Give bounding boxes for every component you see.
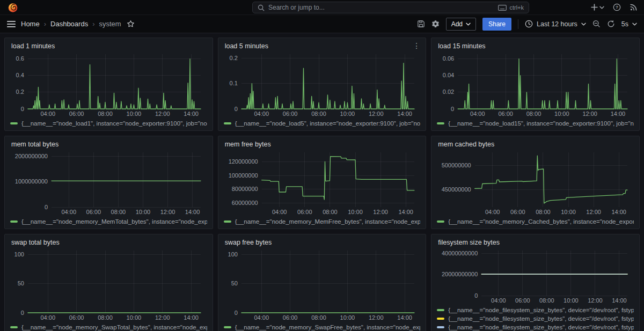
svg-text:2000000000: 2000000000 xyxy=(15,153,48,159)
legend-item[interactable]: {__name__="node_load15", instance="node_… xyxy=(437,119,634,128)
legend-item[interactable]: {__name__="node_memory_MemTotal_bytes", … xyxy=(10,217,207,226)
svg-text:04:00: 04:00 xyxy=(254,111,269,117)
chart-mem-free-bytes[interactable]: 600000008000000010000000012000000004:000… xyxy=(224,149,421,216)
time-range-picker[interactable]: Last 12 hours xyxy=(525,20,586,28)
dashboard-settings-button[interactable] xyxy=(431,20,440,28)
panel-title: swap total bytes xyxy=(10,239,60,246)
svg-text:0: 0 xyxy=(234,106,237,112)
svg-text:12:00: 12:00 xyxy=(160,209,175,215)
chart-mem-cached-bytes[interactable]: 45000000050000000004:0006:0008:0010:0012… xyxy=(437,149,634,216)
refresh-icon xyxy=(607,20,615,28)
clock-icon xyxy=(525,20,533,28)
favorite-button[interactable] xyxy=(127,20,135,28)
legend-label: {__name__="node_filesystem_size_bytes", … xyxy=(448,307,634,313)
legend-swatch xyxy=(437,220,444,223)
legend-item[interactable]: {__name__="node_filesystem_size_bytes", … xyxy=(437,306,634,314)
legend-item[interactable]: {__name__="node_memory_SwapTotal_bytes",… xyxy=(10,323,207,331)
svg-text:14:00: 14:00 xyxy=(612,297,627,304)
mega-menu-toggle[interactable] xyxy=(7,21,16,27)
svg-text:08:00: 08:00 xyxy=(98,314,113,321)
refresh-button[interactable] xyxy=(607,20,615,28)
svg-text:08:00: 08:00 xyxy=(539,297,554,304)
svg-text:08:00: 08:00 xyxy=(536,209,551,215)
save-dashboard-button[interactable] xyxy=(417,20,425,28)
svg-text:14:00: 14:00 xyxy=(184,314,199,321)
chart-load-1-minutes[interactable]: 00.20.40.604:0006:0008:0010:0012:0014:00 xyxy=(10,51,207,118)
svg-text:10:00: 10:00 xyxy=(127,314,142,321)
panel-menu-icon[interactable]: ⋮ xyxy=(411,41,422,50)
svg-text:08:00: 08:00 xyxy=(526,111,541,117)
panel-header: mem total bytes xyxy=(10,139,207,149)
chart-canvas: 00.20.40.604:0006:0008:0010:0012:0014:00 xyxy=(10,51,207,118)
panel-load-15-minutes: load 15 minutes00.020.040.0604:0006:0008… xyxy=(431,38,640,131)
svg-text:08:00: 08:00 xyxy=(111,209,126,215)
panel-title: load 15 minutes xyxy=(437,42,485,50)
svg-text:06:00: 06:00 xyxy=(86,209,101,215)
svg-text:10:00: 10:00 xyxy=(561,209,576,215)
panel-header: load 1 minutes xyxy=(10,41,207,51)
add-button[interactable]: Add xyxy=(446,18,476,31)
chart-canvas: 00.020.040.0604:0006:0008:0010:0012:0014… xyxy=(437,51,634,118)
share-button[interactable]: Share xyxy=(482,18,511,31)
svg-text:14:00: 14:00 xyxy=(397,314,412,321)
chart-load-15-minutes[interactable]: 00.020.040.0604:0006:0008:0010:0012:0014… xyxy=(437,51,634,118)
svg-text:20000000000: 20000000000 xyxy=(442,271,478,277)
panel-title: load 1 minutes xyxy=(10,42,55,50)
svg-text:14:00: 14:00 xyxy=(398,209,413,215)
legend-swatch xyxy=(10,326,18,328)
svg-text:14:00: 14:00 xyxy=(397,111,412,117)
help-button[interactable]: ? xyxy=(613,3,621,11)
legend-item[interactable]: {__name__="node_memory_Cached_bytes", in… xyxy=(437,217,634,226)
panel-title: mem total bytes xyxy=(10,141,58,148)
chart-load-5-minutes[interactable]: 00.10.204:0006:0008:0010:0012:0014:00 xyxy=(224,51,421,118)
chart-swap-free-bytes[interactable]: 05010004:0006:0008:0010:0012:0014:00 xyxy=(224,247,421,322)
svg-text:10:00: 10:00 xyxy=(554,111,569,117)
legend-label: {__name__="node_memory_SwapFree_bytes", … xyxy=(235,324,421,330)
legend-item[interactable]: {__name__="node_memory_MemFree_bytes", i… xyxy=(224,217,421,226)
svg-text:0: 0 xyxy=(21,310,24,316)
svg-text:0.2: 0.2 xyxy=(16,89,24,95)
new-button[interactable] xyxy=(591,4,604,11)
legend-item[interactable]: {__name__="node_filesystem_size_bytes", … xyxy=(437,314,634,323)
svg-text:100: 100 xyxy=(228,251,237,258)
legend-label: {__name__="node_memory_SwapTotal_bytes",… xyxy=(21,324,207,330)
zoom-out-button[interactable] xyxy=(592,20,601,28)
legend-item[interactable]: {__name__="node_memory_SwapFree_bytes", … xyxy=(224,323,421,331)
svg-text:0.4: 0.4 xyxy=(16,72,24,78)
svg-text:12:00: 12:00 xyxy=(588,297,603,304)
svg-text:06:00: 06:00 xyxy=(283,314,298,321)
news-button[interactable] xyxy=(630,3,638,11)
svg-text:60000000: 60000000 xyxy=(231,200,258,206)
breadcrumb-dashboards[interactable]: Dashboards xyxy=(50,20,88,28)
svg-text:04:00: 04:00 xyxy=(491,297,506,304)
chart-canvas: 600000008000000010000000012000000004:000… xyxy=(224,149,421,216)
chart-swap-total-bytes[interactable]: 05010004:0006:0008:0010:0012:0014:00 xyxy=(10,247,207,322)
chart-filesystem-size-bytes[interactable]: 0200000000004000000000004:0006:0008:0010… xyxy=(437,247,634,305)
chart-canvas: 05010004:0006:0008:0010:0012:0014:00 xyxy=(10,247,207,322)
svg-text:10:00: 10:00 xyxy=(564,297,579,304)
svg-text:04:00: 04:00 xyxy=(485,209,500,215)
legend-item[interactable]: {__name__="node_load1", instance="node_e… xyxy=(10,119,207,128)
svg-text:0: 0 xyxy=(234,310,237,316)
chart-canvas: 45000000050000000004:0006:0008:0010:0012… xyxy=(437,149,634,216)
refresh-interval-picker[interactable]: 5s xyxy=(621,20,637,28)
chart-canvas: 0200000000004000000000004:0006:0008:0010… xyxy=(437,247,634,305)
grafana-logo[interactable] xyxy=(8,2,18,13)
legend-item[interactable]: {__name__="node_load5", instance="node_e… xyxy=(224,119,421,128)
panel-title: filesystem size bytes xyxy=(437,239,500,246)
breadcrumb-home[interactable]: Home xyxy=(21,20,40,28)
search-input[interactable]: Search or jump to... ctrl+k xyxy=(252,2,529,13)
legend-item[interactable]: {__name__="node_filesystem_size_bytes", … xyxy=(437,323,634,331)
chart-canvas: 01000000000200000000004:0006:0008:0010:0… xyxy=(10,149,207,216)
chart-canvas: 05010004:0006:0008:0010:0012:0014:00 xyxy=(224,247,421,322)
panel-header: mem free bytes xyxy=(224,139,421,149)
panel-swap-total-bytes: swap total bytes05010004:0006:0008:0010:… xyxy=(4,234,213,331)
svg-text:06:00: 06:00 xyxy=(283,111,298,117)
panel-mem-free-bytes: mem free bytes60000000800000001000000001… xyxy=(218,136,427,229)
svg-text:14:00: 14:00 xyxy=(611,111,626,117)
svg-text:0.04: 0.04 xyxy=(443,72,454,78)
panel-legend: {__name__="node_filesystem_size_bytes", … xyxy=(437,305,634,331)
chart-mem-total-bytes[interactable]: 01000000000200000000004:0006:0008:0010:0… xyxy=(10,149,207,216)
search-placeholder: Search or jump to... xyxy=(268,4,325,11)
legend-swatch xyxy=(10,220,18,223)
